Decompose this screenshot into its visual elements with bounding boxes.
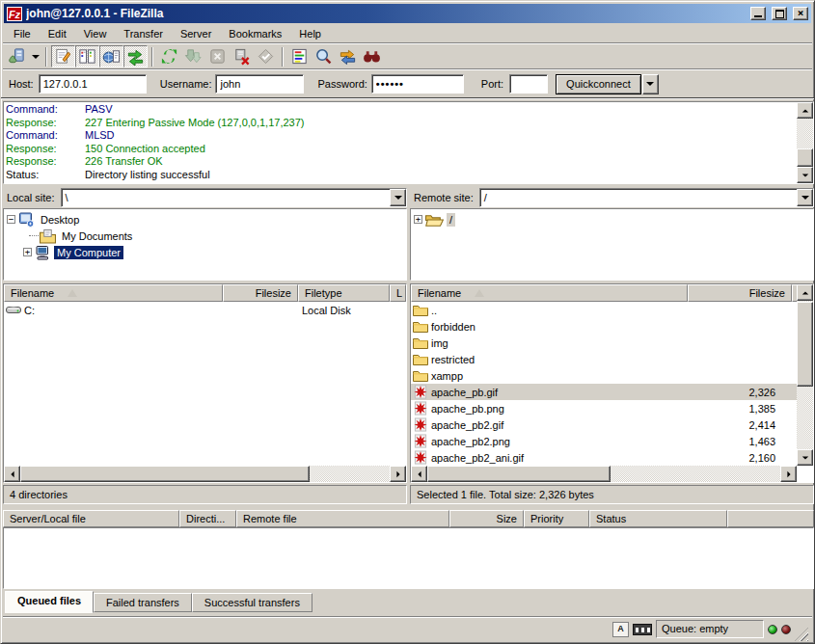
menu-server[interactable]: Server <box>172 26 220 41</box>
remote-vertical-scrollbar[interactable] <box>797 284 813 466</box>
file-row[interactable]: apache_pb.png 1,385 <box>411 400 797 416</box>
scrollbar-thumb[interactable] <box>427 466 611 482</box>
expand-icon[interactable] <box>23 248 32 256</box>
message-log: Command:PASV Response:227 Entering Passi… <box>3 101 814 184</box>
local-site-value[interactable]: \ <box>62 189 390 206</box>
remote-site-combo[interactable]: / <box>479 188 814 207</box>
file-row[interactable]: apache_pb2.png 1,463 <box>411 433 797 449</box>
username-input[interactable] <box>215 74 304 94</box>
log-vertical-scrollbar[interactable] <box>797 102 813 183</box>
refresh-button[interactable] <box>157 45 181 67</box>
file-row-c-drive[interactable]: C: Local Disk <box>4 302 406 318</box>
scroll-right-button[interactable] <box>780 466 797 482</box>
file-row-selected[interactable]: apache_pb.gif 2,326 <box>411 384 797 400</box>
disconnect-button[interactable] <box>230 45 254 67</box>
password-input[interactable] <box>371 74 464 94</box>
scrollbar-track[interactable] <box>427 466 780 482</box>
column-header-size[interactable]: Size <box>449 510 524 527</box>
column-header-filesize[interactable]: Filesize <box>223 284 298 302</box>
filter-button[interactable] <box>287 45 312 67</box>
scrollbar-track[interactable] <box>797 301 813 449</box>
sort-ascending-icon <box>68 289 77 297</box>
queue-body[interactable] <box>3 527 814 589</box>
tree-item-desktop[interactable]: Desktop <box>4 211 406 228</box>
minimize-button[interactable] <box>750 7 766 20</box>
file-row[interactable]: forbidden <box>411 318 797 335</box>
port-input[interactable] <box>509 74 548 94</box>
menu-transfer[interactable]: Transfer <box>115 26 172 41</box>
toggle-remote-tree-button[interactable] <box>99 45 123 67</box>
toggle-local-tree-button[interactable] <box>75 45 99 67</box>
quickconnect-dropdown-button[interactable] <box>642 74 659 94</box>
directory-comparison-button[interactable] <box>312 45 336 67</box>
host-input[interactable] <box>39 74 147 94</box>
close-button[interactable]: × <box>793 7 808 20</box>
scroll-left-button[interactable] <box>411 466 427 482</box>
reconnect-button[interactable] <box>254 45 278 67</box>
file-row[interactable]: apache_pb2.gif 2,414 <box>411 416 797 433</box>
synchronized-browsing-button[interactable] <box>336 45 360 67</box>
find-files-button[interactable] <box>360 45 384 67</box>
column-header-remote-file[interactable]: Remote file <box>236 510 449 527</box>
column-header-filetype[interactable]: Filetype <box>298 284 390 302</box>
tab-successful-transfers[interactable]: Successful transfers <box>192 593 312 612</box>
column-header-status[interactable]: Status <box>589 510 727 527</box>
scrollbar-thumb[interactable] <box>797 302 813 387</box>
transfer-type-indicator-icon[interactable] <box>612 622 629 637</box>
scrollbar-track[interactable] <box>797 119 813 167</box>
column-header-filename[interactable]: Filename <box>4 284 223 302</box>
file-row[interactable]: apache_pb2_ani.gif 2,160 <box>411 449 797 466</box>
expand-icon[interactable] <box>414 215 422 224</box>
combo-dropdown-button[interactable] <box>390 189 406 206</box>
site-manager-dropdown-button[interactable] <box>29 45 41 67</box>
tab-failed-transfers[interactable]: Failed transfers <box>94 593 192 612</box>
local-list-status: 4 directories <box>3 485 407 504</box>
file-row[interactable]: img <box>411 335 797 351</box>
scrollbar-thumb[interactable] <box>797 148 813 167</box>
file-row[interactable]: restricted <box>411 351 797 367</box>
column-header-last-modified[interactable]: L <box>390 284 406 302</box>
local-site-combo[interactable]: \ <box>61 188 407 207</box>
process-queue-button[interactable] <box>181 45 205 67</box>
scroll-down-button[interactable] <box>797 449 813 466</box>
toggle-transfer-queue-button[interactable] <box>123 45 148 67</box>
toggle-message-log-button[interactable] <box>51 45 75 67</box>
tab-queued-files[interactable]: Queued files <box>5 591 94 613</box>
file-row[interactable]: .. <box>411 302 797 318</box>
maximize-button[interactable] <box>772 7 787 20</box>
column-header-direction[interactable]: Directi... <box>179 510 236 527</box>
file-row[interactable]: xampp <box>411 367 797 384</box>
quickconnect-button[interactable]: Quickconnect <box>556 74 641 94</box>
resize-grip[interactable] <box>795 628 808 641</box>
column-header-filename[interactable]: Filename <box>411 284 688 302</box>
tree-item-root[interactable]: / <box>411 211 813 228</box>
menu-file[interactable]: File <box>5 26 40 41</box>
scrollbar-thumb[interactable] <box>20 466 310 482</box>
remote-site-value[interactable]: / <box>480 189 797 206</box>
menu-edit[interactable]: Edit <box>40 26 75 41</box>
tree-item-my-documents[interactable]: My Documents <box>4 228 406 244</box>
scroll-up-button[interactable] <box>797 284 813 301</box>
cancel-button[interactable] <box>205 45 230 67</box>
speed-limit-indicator-icon[interactable] <box>633 624 652 635</box>
menu-help[interactable]: Help <box>290 26 330 41</box>
scrollbar-track[interactable] <box>20 466 390 482</box>
combo-dropdown-button[interactable] <box>797 189 813 206</box>
remote-site-label: Remote site: <box>410 192 479 203</box>
scroll-up-button[interactable] <box>797 102 813 119</box>
scroll-down-button[interactable] <box>797 167 813 183</box>
column-header-priority[interactable]: Priority <box>524 510 589 527</box>
column-header-server-local-file[interactable]: Server/Local file <box>3 510 179 527</box>
collapse-icon[interactable] <box>7 215 15 224</box>
tree-item-my-computer[interactable]: My Computer <box>4 244 406 260</box>
scroll-right-button[interactable] <box>390 466 406 482</box>
title-bar[interactable]: Fz john@127.0.0.1 - FileZilla × <box>4 4 811 23</box>
local-horizontal-scrollbar[interactable] <box>4 466 406 482</box>
site-manager-button[interactable] <box>5 45 29 67</box>
remote-horizontal-scrollbar[interactable] <box>411 466 797 482</box>
menu-view[interactable]: View <box>75 26 116 41</box>
scroll-left-button[interactable] <box>4 466 20 482</box>
column-header-filesize[interactable]: Filesize <box>688 284 792 302</box>
menu-bookmarks[interactable]: Bookmarks <box>220 26 290 41</box>
folder-icon <box>413 303 428 317</box>
